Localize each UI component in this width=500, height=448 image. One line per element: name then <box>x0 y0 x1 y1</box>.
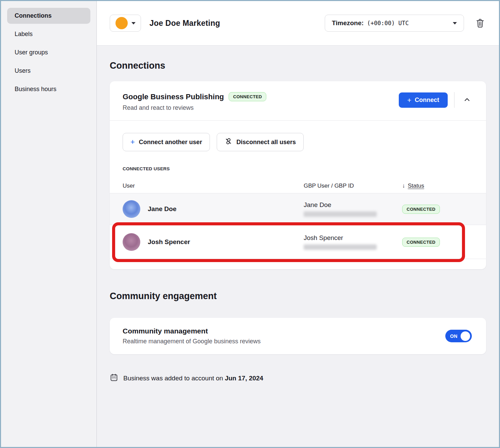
toggle-on-label: ON <box>450 333 458 339</box>
gbp-card-subtitle: Read and react to reviews <box>123 104 399 111</box>
plus-icon: + <box>130 138 135 146</box>
delete-business-button[interactable] <box>474 17 486 30</box>
connected-users-heading: CONNECTED USERS <box>123 166 473 171</box>
sidebar-item-business-hours[interactable]: Business hours <box>7 81 90 97</box>
added-date-note: Business was added to account on Jun 17,… <box>110 373 486 383</box>
gbp-user-name: Josh Spencer <box>304 234 402 242</box>
collapse-card-button[interactable] <box>461 93 473 107</box>
table-row-josh-spencer: Josh Spencer Josh Spencer CONNECTED <box>110 225 486 259</box>
chevron-down-icon <box>131 22 136 24</box>
connect-another-user-label: Connect another user <box>139 139 202 146</box>
connected-users-table: Jane Doe Jane Doe CONNECTED <box>110 193 486 269</box>
business-name: Joe Doe Marketing <box>149 19 220 28</box>
gbp-user-name: Jane Doe <box>304 201 402 209</box>
avatar <box>123 200 140 218</box>
status-badge: CONNECTED <box>402 238 440 247</box>
unlink-icon <box>225 137 232 147</box>
avatar <box>123 233 140 251</box>
gbp-id-redacted <box>304 211 377 217</box>
table-header-row: User GBP User / GBP ID ↓ Status <box>110 179 486 193</box>
gbp-id-redacted <box>304 244 377 250</box>
chevron-up-icon <box>463 100 471 105</box>
timezone-select[interactable]: Timezone: (+00:00) UTC <box>325 15 464 32</box>
vertical-divider <box>454 92 454 108</box>
community-card-title: Community management <box>123 327 261 335</box>
settings-sidebar: Connections Labels User groups Users Bus… <box>1 1 97 447</box>
column-header-status[interactable]: ↓ Status <box>402 183 473 189</box>
main-column: Joe Doe Marketing Timezone: (+00:00) UTC <box>97 1 499 447</box>
sidebar-item-user-groups[interactable]: User groups <box>7 45 90 61</box>
settings-content: Connections Google Business Publishing C… <box>97 46 499 447</box>
business-avatar-dropdown[interactable] <box>110 15 141 32</box>
gbp-connected-badge: CONNECTED <box>229 92 266 101</box>
trash-icon <box>476 18 485 28</box>
business-header: Joe Doe Marketing Timezone: (+00:00) UTC <box>97 1 499 46</box>
table-row-jane-doe: Jane Doe Jane Doe CONNECTED <box>110 193 486 225</box>
page-title: Connections <box>110 61 486 71</box>
user-name: Josh Spencer <box>148 238 190 246</box>
connect-button-label: Connect <box>415 97 439 104</box>
connect-button[interactable]: + Connect <box>399 92 448 108</box>
disconnect-all-users-label: Disconnect all users <box>236 139 296 146</box>
column-header-user: User <box>123 183 304 189</box>
timezone-value: (+00:00) UTC <box>367 20 409 27</box>
disconnect-all-users-button[interactable]: Disconnect all users <box>217 133 304 151</box>
chevron-down-icon <box>453 22 457 24</box>
connect-another-user-button[interactable]: + Connect another user <box>123 133 210 151</box>
timezone-label: Timezone: <box>332 19 364 27</box>
sidebar-item-labels[interactable]: Labels <box>7 26 90 42</box>
added-date-text: Business was added to account on <box>123 375 223 382</box>
added-date-value: Jun 17, 2024 <box>225 375 263 382</box>
status-header-label: Status <box>408 183 424 189</box>
community-management-card: Community management Realtime management… <box>110 318 486 354</box>
user-name: Jane Doe <box>148 205 176 213</box>
gbp-connection-card: Google Business Publishing CONNECTED Rea… <box>110 81 486 269</box>
sidebar-item-connections[interactable]: Connections <box>7 8 90 24</box>
calendar-icon <box>110 373 118 383</box>
toggle-knob <box>461 331 470 341</box>
community-card-subtitle: Realtime management of Google business r… <box>123 338 261 345</box>
plus-icon: + <box>407 97 411 104</box>
community-section-title: Community engagement <box>110 291 486 301</box>
gbp-card-title: Google Business Publishing <box>123 92 224 101</box>
app-window: Connections Labels User groups Users Bus… <box>0 0 500 448</box>
status-badge: CONNECTED <box>402 205 440 214</box>
sidebar-item-users[interactable]: Users <box>7 63 90 79</box>
business-avatar <box>115 17 128 29</box>
column-header-gbp: GBP User / GBP ID <box>304 183 402 189</box>
community-management-toggle[interactable]: ON <box>445 330 472 342</box>
sort-descending-icon: ↓ <box>402 183 405 189</box>
